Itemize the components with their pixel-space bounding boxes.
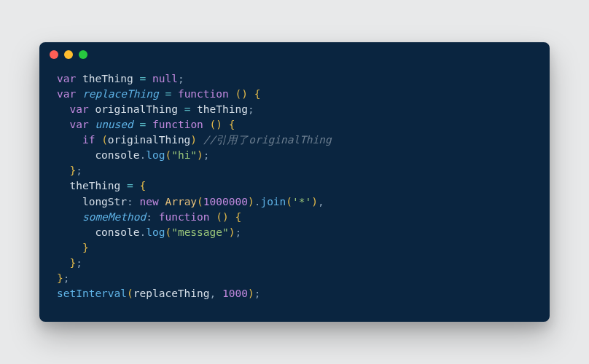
token-paren: ( <box>210 119 217 130</box>
token-ident: originalThing <box>108 134 191 146</box>
token-punct <box>95 134 101 146</box>
token-punct <box>76 73 82 84</box>
token-cls: Array <box>165 196 197 207</box>
token-paren: { <box>254 88 261 100</box>
token-punct <box>133 180 140 191</box>
code-line: } <box>57 240 532 256</box>
token-punct: ; <box>203 149 210 161</box>
token-null: null <box>152 73 178 84</box>
token-cmt: //引用了originalThing <box>203 134 332 146</box>
token-paren: } <box>69 257 76 269</box>
token-paren: ) <box>248 288 254 299</box>
code-line: setInterval(replaceThing, 1000); <box>57 286 532 301</box>
token-paren: ( <box>165 149 171 161</box>
token-kw2: function <box>152 119 203 130</box>
token-punct: ; <box>254 288 261 299</box>
token-propkey: longStr <box>82 196 127 207</box>
code-line: var theThing = null; <box>57 71 532 87</box>
token-punct <box>57 257 69 269</box>
token-punct <box>57 180 69 191</box>
token-ident: originalThing <box>95 103 178 115</box>
token-console: console <box>95 149 139 161</box>
code-line: longStr: new Array(1000000).join('*'), <box>57 194 532 210</box>
code-window: var theThing = null;var replaceThing = f… <box>39 42 550 321</box>
code-line: var originalThing = theThing; <box>57 102 532 117</box>
token-punct: : <box>146 211 158 223</box>
token-punct: ; <box>248 103 254 115</box>
code-line: someMethod: function () { <box>57 210 532 225</box>
token-punct <box>133 73 140 84</box>
token-punct: ; <box>76 257 82 269</box>
token-kw: var <box>69 119 88 130</box>
token-num: 1000 <box>222 288 248 299</box>
token-paren: ) <box>190 134 197 146</box>
token-paren: ) <box>216 119 222 130</box>
token-ident: theThing <box>69 180 120 191</box>
token-punct <box>57 149 95 161</box>
token-fn: unused <box>95 119 133 130</box>
token-paren: ) <box>311 196 318 207</box>
token-paren: ) <box>222 211 229 223</box>
token-punct <box>171 88 178 100</box>
token-paren: ) <box>241 88 248 100</box>
close-icon[interactable] <box>50 50 58 59</box>
token-punct <box>178 103 184 115</box>
token-console: console <box>95 226 139 238</box>
code-line: if (originalThing) //引用了originalThing <box>57 132 532 148</box>
token-num: 1000000 <box>203 196 248 207</box>
token-kw: new <box>140 196 159 207</box>
token-punct <box>222 119 229 130</box>
token-log: log <box>146 149 165 161</box>
token-paren: ( <box>127 288 133 299</box>
token-punct <box>146 73 152 84</box>
token-paren: ( <box>197 196 203 207</box>
minimize-icon[interactable] <box>64 50 73 59</box>
token-punct <box>57 226 95 238</box>
token-kw2: if <box>82 134 95 146</box>
token-paren: } <box>57 272 63 284</box>
code-line: var replaceThing = function () { <box>57 87 532 102</box>
token-punct <box>120 180 127 191</box>
token-punct: , <box>210 288 222 299</box>
token-punct <box>57 196 82 207</box>
token-punct <box>190 103 197 115</box>
token-str: "message" <box>171 226 229 238</box>
token-ident: theThing <box>82 73 133 84</box>
token-punct <box>203 119 210 130</box>
token-punct <box>146 119 152 130</box>
token-paren: ) <box>197 149 203 161</box>
code-line: }; <box>57 256 532 271</box>
code-line: }; <box>57 163 532 178</box>
token-punct: ; <box>235 226 241 238</box>
token-paren: { <box>235 211 241 223</box>
zoom-icon[interactable] <box>79 50 87 59</box>
token-paren: { <box>140 180 147 191</box>
token-kw2: function <box>178 88 229 100</box>
token-op: = <box>140 73 147 84</box>
window-titlebar <box>39 42 550 67</box>
token-punct: . <box>140 149 147 161</box>
token-punct <box>248 88 254 100</box>
token-paren: ( <box>286 196 292 207</box>
token-punct <box>76 88 82 100</box>
token-punct: ; <box>178 73 184 84</box>
code-line: }; <box>57 271 532 286</box>
token-op: = <box>127 180 133 191</box>
token-kw: var <box>57 88 76 100</box>
token-str: '*' <box>292 196 311 207</box>
token-log: log <box>146 226 165 238</box>
token-op: = <box>165 88 171 100</box>
token-punct <box>197 134 203 146</box>
token-punct: : <box>127 196 139 207</box>
token-paren: } <box>69 165 76 176</box>
token-kw: var <box>69 103 88 115</box>
code-block: var theThing = null;var replaceThing = f… <box>39 67 550 321</box>
token-paren: } <box>82 242 89 253</box>
code-line: console.log("hi"); <box>57 148 532 163</box>
code-line: console.log("message"); <box>57 225 532 240</box>
token-punct <box>57 134 82 146</box>
token-paren: ( <box>101 134 108 146</box>
token-str: "hi" <box>171 149 197 161</box>
token-ident: replaceThing <box>133 288 210 299</box>
token-punct: ; <box>63 272 70 284</box>
